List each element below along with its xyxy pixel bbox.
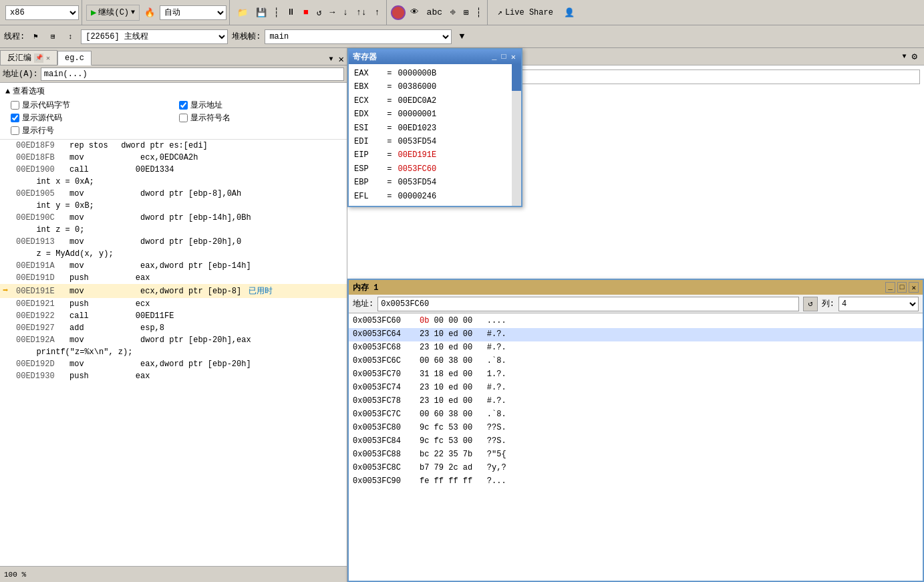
mem-row[interactable]: 0x0053FC6C 00 60 38 00 .`8.	[349, 355, 923, 368]
reg-value[interactable]: 00ED1023	[398, 122, 437, 135]
save-btn[interactable]: 💾	[253, 5, 270, 21]
disasm-pin-btn[interactable]: 📌	[34, 53, 43, 63]
option-show-source-check[interactable]	[11, 114, 19, 122]
liveshare-button[interactable]: ↗ Live Share	[492, 5, 559, 21]
mem-row[interactable]: 0x0053FC60 0b 00 00 00 ....	[349, 315, 923, 328]
mem-row[interactable]: 0x0053FC88 bc 22 35 7b ?"5{	[349, 448, 923, 462]
mem-maximize-btn[interactable]: □	[897, 282, 907, 293]
folder-btn[interactable]: 📁	[234, 5, 251, 21]
frame-select[interactable]: main	[265, 29, 452, 44]
continue-dropdown[interactable]: ▼	[131, 9, 135, 16]
option-show-bytes-check[interactable]	[11, 101, 19, 110]
arch-select[interactable]: x86	[5, 5, 79, 20]
reg-maximize-btn[interactable]: □	[500, 52, 508, 62]
user-btn[interactable]: 👤	[561, 5, 578, 21]
mode-select[interactable]: 自动	[160, 5, 226, 20]
line-operand: ecx	[116, 298, 150, 310]
mem-row[interactable]: 0x0053FC68 23 10 ed 00 #.?.	[349, 341, 923, 355]
mem-row[interactable]: 0x0053FC90 fe ff ff ff ?...	[349, 475, 923, 488]
right-settings-btn[interactable]: ⚙	[909, 51, 920, 62]
disasm-line[interactable]: 00ED18F9rep stos dword ptr es:[edi]	[0, 140, 347, 152]
reg-scrollbar[interactable]	[512, 64, 521, 206]
mem-addr-input[interactable]	[377, 297, 799, 311]
breakpoint-btn[interactable]	[391, 5, 406, 20]
mem-row[interactable]: 0x0053FC74 23 10 ed 00 #.?.	[349, 382, 923, 395]
mem-row[interactable]: 0x0053FC84 9c fc 53 00 ??S.	[349, 435, 923, 448]
pause-btn[interactable]: ⏸	[283, 5, 299, 21]
trace2-btn[interactable]: ⊞	[460, 5, 472, 21]
disasm-line[interactable]: 00ED1922call 00ED11FE	[0, 310, 347, 322]
disasm-line[interactable]: ➡00ED191Emov ecx,dword ptr [ebp-8] 已用时	[0, 284, 347, 298]
reg-value[interactable]: 00ED191E	[398, 148, 437, 162]
panel-settings-btn[interactable]: ✕	[336, 53, 347, 65]
tab-disasm[interactable]: 反汇编 📌 ✕	[0, 50, 57, 65]
option-show-lines-label: 显示行号	[22, 125, 54, 136]
options-title[interactable]: ▲ 查看选项	[5, 86, 341, 97]
reg-value[interactable]: 0000000B	[398, 67, 437, 80]
step-into-btn[interactable]: ↓	[339, 5, 351, 21]
disasm-line[interactable]: 00ED1921push ecx	[0, 298, 347, 310]
mem-refresh-btn[interactable]: ↺	[803, 297, 818, 311]
option-show-lines-check[interactable]	[11, 126, 19, 135]
hex-btn[interactable]: abc	[424, 5, 446, 21]
restart-btn[interactable]: ↺	[313, 5, 325, 21]
frame-down-btn[interactable]: ▼	[456, 29, 468, 45]
disasm-line[interactable]: 00ED1900call 00ED1334	[0, 164, 347, 176]
right-collapse-btn[interactable]: ▼	[901, 53, 908, 60]
step-back-btn[interactable]: ↑	[371, 5, 383, 21]
mem-row[interactable]: 0x0053FC7C 00 60 38 00 .`8.	[349, 408, 923, 422]
continue-button[interactable]: ▶ 继续(C) ▼	[86, 5, 140, 21]
disasm-line[interactable]: 00ED1913mov dword ptr [ebp-20h],0	[0, 236, 347, 248]
mem-close-btn[interactable]: ✕	[909, 282, 919, 293]
reg-eq: =	[382, 135, 397, 148]
disasm-line[interactable]: int z = 0;	[0, 224, 347, 236]
stop-btn[interactable]: ■	[300, 5, 312, 21]
disasm-line[interactable]: 00ED18FBmov ecx,0EDC0A2h	[0, 152, 347, 164]
disasm-line[interactable]: printf("z=%x\n", z);	[0, 346, 347, 358]
tab-source[interactable]: eg.c	[57, 51, 92, 65]
addr-input[interactable]	[41, 67, 344, 81]
mem-row[interactable]: 0x0053FC70 31 18 ed 00 1.?.	[349, 368, 923, 382]
mem-row[interactable]: 0x0053FC78 23 10 ed 00 #.?.	[349, 395, 923, 408]
reg-value[interactable]: 00000001	[398, 108, 437, 121]
step-out-btn[interactable]: ↑↓	[353, 5, 370, 21]
reg-minimize-btn[interactable]: _	[490, 52, 498, 62]
mem-title-buttons: _ □ ✕	[885, 282, 919, 293]
option-show-symbols-check[interactable]	[179, 114, 188, 122]
tab-disasm-close[interactable]: ✕	[46, 54, 50, 62]
reg-value[interactable]: 0053FD54	[398, 135, 437, 148]
disasm-line[interactable]: 00ED191Amov eax,dword ptr [ebp-14h]	[0, 260, 347, 272]
thread-select[interactable]: [22656] 主线程	[81, 29, 228, 44]
watch-btn[interactable]: 👁	[407, 5, 422, 21]
disasm-line[interactable]: 00ED1927add esp,8	[0, 322, 347, 334]
mem-col-select[interactable]: 4 8 16	[838, 297, 919, 311]
disasm-line[interactable]: 00ED1930push eax	[0, 370, 347, 382]
reg-value[interactable]: 0053FC60	[398, 162, 437, 176]
reg-close-btn[interactable]: ✕	[510, 52, 517, 62]
mem-row[interactable]: 0x0053FC8C b7 79 2c ad ?y,?	[349, 462, 923, 475]
thread-btn2[interactable]: ⊞	[46, 30, 59, 43]
reg-value[interactable]: 00386000	[398, 80, 437, 94]
disasm-line[interactable]: int y = 0xB;	[0, 200, 347, 212]
mem-row[interactable]: 0x0053FC64 23 10 ed 00 #.?.	[349, 328, 923, 341]
thread-flag-btn[interactable]: ⚑	[29, 30, 42, 43]
option-show-addr-check[interactable]	[179, 101, 188, 110]
mem-byte: 10	[434, 329, 449, 339]
reg-value[interactable]: 0053FD54	[398, 176, 437, 189]
thread-btn3[interactable]: ↕	[63, 30, 77, 43]
disasm-line[interactable]: 00ED190Cmov dword ptr [ebp-14h],0Bh	[0, 212, 347, 224]
mem-minimize-btn[interactable]: _	[885, 282, 895, 293]
disasm-line[interactable]: 00ED191Dpush eax	[0, 272, 347, 284]
disasm-line[interactable]: 00ED192Amov dword ptr [ebp-20h],eax	[0, 334, 347, 346]
disasm-line[interactable]: int x = 0xA;	[0, 176, 347, 188]
disasm-line[interactable]: z = MyAdd(x, y);	[0, 248, 347, 260]
reg-value[interactable]: 00000246	[398, 190, 437, 203]
fire-button[interactable]: 🔥	[141, 5, 158, 21]
panel-collapse-btn[interactable]: ▼	[328, 55, 335, 63]
disasm-line[interactable]: 00ED192Dmov eax,dword ptr [ebp-20h]	[0, 358, 347, 370]
disasm-line[interactable]: 00ED1905mov dword ptr [ebp-8],0Ah	[0, 188, 347, 200]
step-over-btn[interactable]: →	[327, 5, 339, 21]
mem-row[interactable]: 0x0053FC80 9c fc 53 00 ??S.	[349, 422, 923, 435]
trace-btn[interactable]: ⎆	[447, 5, 459, 21]
reg-value[interactable]: 00EDC0A2	[398, 94, 437, 108]
